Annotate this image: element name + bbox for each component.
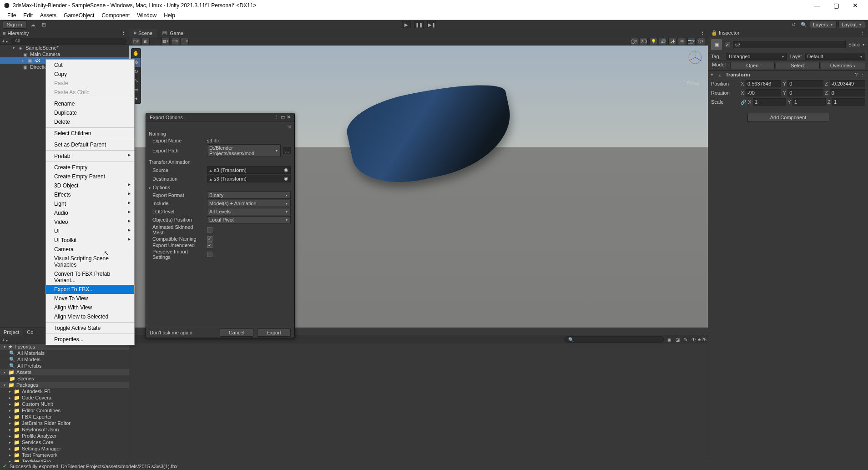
minimize-button[interactable]: — bbox=[808, 0, 826, 11]
undo-history-icon[interactable]: ↺ bbox=[790, 20, 798, 29]
dialog-kebab-icon[interactable]: ⋮ bbox=[274, 114, 279, 120]
context-menu-item[interactable]: Set as Default Parent bbox=[46, 140, 134, 149]
step-button[interactable]: ▶❚ bbox=[427, 21, 436, 28]
scene-tab[interactable]: ⌗ Scene bbox=[129, 29, 157, 37]
rotation-x-input[interactable]: -90 bbox=[746, 89, 781, 96]
hierarchy-scene-row[interactable]: ▾◈SampleScene* bbox=[0, 45, 129, 51]
target-picker-icon[interactable]: ◉ bbox=[284, 176, 288, 182]
hierarchy-item-main-camera[interactable]: ▣Main Camera bbox=[0, 51, 129, 57]
hand-tool-button[interactable]: ✋ bbox=[131, 49, 141, 58]
gameobject-name-input[interactable]: s3 bbox=[733, 41, 846, 48]
menu-gameobject[interactable]: GameObject bbox=[60, 12, 98, 19]
project-fav-all-prefabs[interactable]: 🔍 All Prefabs bbox=[0, 363, 129, 369]
scene-hidden-button[interactable]: 👁 bbox=[678, 38, 686, 45]
menu-file[interactable]: File bbox=[4, 12, 20, 19]
static-label[interactable]: Static bbox=[848, 42, 860, 47]
project-packages-header[interactable]: ▾ 📁 Packages bbox=[0, 382, 129, 388]
project-pkg-row[interactable]: ▸📁 TextMeshPro bbox=[0, 458, 129, 462]
context-menu-item[interactable]: Prefab bbox=[46, 152, 134, 161]
dialog-close-icon[interactable]: ✕ bbox=[287, 114, 291, 120]
compatible-naming-checkbox[interactable]: ✓ bbox=[207, 236, 212, 242]
project-tab[interactable]: Project bbox=[0, 328, 23, 336]
signin-button[interactable]: Sign in bbox=[3, 20, 26, 29]
project-pkg-row[interactable]: ▸📁 Editor Coroutines bbox=[0, 407, 129, 414]
project-pkg-row[interactable]: ▸📁 FBX Exporter bbox=[0, 414, 129, 420]
hierarchy-foldout-icon[interactable]: ≡ bbox=[3, 30, 5, 36]
context-menu-item[interactable]: Visual Scripting Scene Variables bbox=[46, 254, 134, 269]
lod-dropdown[interactable]: All Levels▾ bbox=[207, 208, 291, 215]
position-z-input[interactable]: -0.203449 bbox=[830, 80, 865, 87]
context-menu-item[interactable]: Audio bbox=[46, 208, 134, 217]
transform-help-icon[interactable]: ? bbox=[855, 72, 858, 77]
scene-audio-button[interactable]: 🔊 bbox=[659, 38, 667, 45]
context-menu-item[interactable]: Video bbox=[46, 217, 134, 227]
maximize-button[interactable]: ▢ bbox=[827, 0, 845, 11]
export-path-browse-button[interactable]: … bbox=[283, 147, 291, 154]
gameobject-active-checkbox[interactable]: ✓ bbox=[725, 42, 730, 47]
scene-fx-button[interactable]: ✨ bbox=[668, 38, 676, 45]
scene-camera-button[interactable]: 📷▾ bbox=[687, 38, 696, 45]
context-menu-item[interactable]: Toggle Active State bbox=[46, 323, 134, 333]
context-menu-item[interactable]: Properties... bbox=[46, 335, 134, 344]
context-menu-item[interactable]: Create Empty bbox=[46, 163, 134, 172]
project-pkg-row[interactable]: ▸📁 Autodesk FB bbox=[0, 388, 129, 394]
dialog-maximize-icon[interactable]: ▭ bbox=[281, 114, 285, 120]
model-overrides-dropdown[interactable]: Overrides ▾ bbox=[821, 62, 865, 69]
projection-label[interactable]: ≡ Persp bbox=[682, 80, 700, 86]
context-menu-item[interactable]: Convert To FBX Prefab Variant... bbox=[46, 269, 134, 285]
version-control-icon[interactable]: ⊞ bbox=[40, 20, 48, 29]
context-menu-item[interactable]: Select Children bbox=[46, 129, 134, 138]
project-assets-header[interactable]: ▾ 📁 Assets bbox=[0, 369, 129, 375]
menu-help[interactable]: Help bbox=[160, 12, 179, 19]
layer-dropdown[interactable]: Default▾ bbox=[805, 53, 866, 60]
context-menu-item[interactable]: 3D Object bbox=[46, 181, 134, 190]
scene-kebab-icon[interactable]: ⋮ bbox=[700, 30, 708, 36]
scene-grid-button[interactable]: ▦ ▾ bbox=[161, 38, 170, 45]
project-pkg-row[interactable]: ▸📁 Settings Manager bbox=[0, 445, 129, 452]
objects-position-dropdown[interactable]: Local Pivot▾ bbox=[207, 216, 291, 223]
hierarchy-search-input[interactable] bbox=[10, 38, 127, 44]
context-menu-item[interactable]: Move To View bbox=[46, 294, 134, 303]
search-icon[interactable]: 🔍 bbox=[800, 20, 808, 29]
scale-x-input[interactable]: 1 bbox=[753, 98, 786, 106]
context-menu-item[interactable]: Export To FBX... bbox=[46, 285, 134, 294]
project-fav-all-models[interactable]: 🔍 All Models bbox=[0, 356, 129, 363]
scale-y-input[interactable]: 1 bbox=[792, 98, 826, 106]
context-menu-item[interactable]: Effects bbox=[46, 190, 134, 199]
source-field[interactable]: ⟁ s3 (Transform)◉ bbox=[207, 166, 291, 174]
target-picker-icon[interactable]: ◉ bbox=[284, 167, 288, 173]
menu-assets[interactable]: Assets bbox=[36, 12, 60, 19]
rotation-z-input[interactable]: 0 bbox=[830, 89, 865, 96]
filter-label-icon[interactable]: ✎ bbox=[682, 336, 689, 343]
project-pkg-row[interactable]: ▸📁 Test Framework bbox=[0, 452, 129, 458]
include-dropdown[interactable]: Model(s) + Animation▾ bbox=[207, 200, 291, 207]
scene-model-car[interactable] bbox=[342, 75, 520, 193]
cancel-button[interactable]: Cancel bbox=[220, 328, 253, 337]
export-path-dropdown[interactable]: D:/Blender Projects/assets/mod▾ bbox=[207, 144, 281, 157]
context-menu-item[interactable]: Cut bbox=[46, 61, 134, 70]
scene-lighting-button[interactable]: 💡 bbox=[649, 38, 657, 45]
destination-field[interactable]: ⟁ s3 (Transform)◉ bbox=[207, 175, 291, 182]
transform-foldout-icon[interactable]: ▾ bbox=[711, 73, 713, 77]
game-tab[interactable]: 🎮 Game bbox=[157, 29, 188, 37]
menu-component[interactable]: Component bbox=[98, 12, 133, 19]
close-button[interactable]: ✕ bbox=[846, 0, 864, 11]
hierarchy-add-icon[interactable]: + ▾ bbox=[2, 38, 9, 44]
dialog-pin-icon[interactable]: ⇲ bbox=[150, 124, 291, 129]
hidden-packages-icon[interactable]: 👁 bbox=[691, 336, 697, 343]
scene-gizmos-button[interactable]: ⬡▾ bbox=[697, 38, 705, 45]
export-unrendered-checkbox[interactable]: ✓ bbox=[207, 243, 212, 248]
preserve-import-checkbox[interactable] bbox=[207, 252, 212, 257]
context-menu-item[interactable]: Camera bbox=[46, 245, 134, 254]
options-section[interactable]: ▾ Options bbox=[149, 185, 291, 190]
console-tab[interactable]: Co bbox=[23, 328, 37, 336]
save-search-icon[interactable]: ★26 bbox=[699, 336, 705, 343]
layout-dropdown[interactable]: Layout ▾ bbox=[838, 21, 865, 28]
context-menu-item[interactable]: Light bbox=[46, 199, 134, 208]
scale-z-input[interactable]: 1 bbox=[832, 98, 865, 106]
context-menu-item[interactable]: Align View to Selected bbox=[46, 312, 134, 321]
position-y-input[interactable]: 0 bbox=[787, 80, 823, 87]
project-pkg-row[interactable]: ▸📁 Services Core bbox=[0, 439, 129, 445]
project-pkg-row[interactable]: ▸📁 Code Covera bbox=[0, 394, 129, 401]
play-button[interactable]: ▶ bbox=[402, 21, 411, 28]
